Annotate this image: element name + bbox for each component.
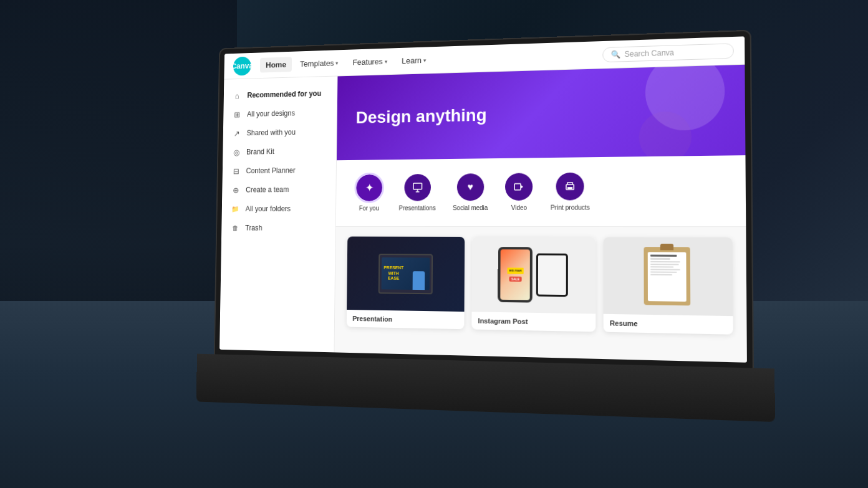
video-label: Video xyxy=(511,204,528,211)
nav-features[interactable]: Features ▾ xyxy=(347,54,393,70)
video-icon-circle xyxy=(505,173,533,200)
sidebar-trash-label: Trash xyxy=(245,224,263,232)
grid-icon xyxy=(233,110,242,119)
svg-rect-0 xyxy=(413,183,422,189)
resume-paper xyxy=(648,252,687,302)
presentations-icon-circle xyxy=(404,174,431,201)
folder-icon xyxy=(231,204,240,214)
category-foryou[interactable]: For you xyxy=(348,170,391,217)
presentation-preview-text: PRESENTWITHEASE xyxy=(383,266,403,281)
templates-grid: PRESENTWITHEASE Presentation xyxy=(347,237,733,335)
phone-content: MID-YEAR SALE xyxy=(505,266,526,284)
instagram-label: Instagram Post xyxy=(472,312,596,332)
video-icon xyxy=(513,181,524,193)
sale-badge: SALE xyxy=(509,276,521,281)
sidebar-folders-label: All your folders xyxy=(246,204,291,213)
presentation-preview: PRESENTWITHEASE xyxy=(347,237,465,312)
nav-templates[interactable]: Templates ▾ xyxy=(294,55,345,72)
templates-section: PRESENTWITHEASE Presentation xyxy=(335,227,747,345)
nav-learn-label: Learn xyxy=(402,55,422,65)
sidebar-team-label: Create a team xyxy=(246,185,289,194)
presentation-label: Presentation xyxy=(347,310,465,329)
sidebar-item-content[interactable]: Content Planner xyxy=(223,160,336,181)
nav-learn[interactable]: Learn ▾ xyxy=(396,52,433,69)
sparkle-icon xyxy=(365,181,374,195)
foryou-label: For you xyxy=(359,205,379,212)
nav-home[interactable]: Home xyxy=(260,57,292,72)
search-icon: 🔍 xyxy=(611,50,621,59)
svg-marker-4 xyxy=(521,185,523,189)
category-video[interactable]: Video xyxy=(496,168,541,216)
phone-screen: MID-YEAR SALE xyxy=(501,249,531,300)
resume-line-2 xyxy=(650,258,670,260)
template-card-resume[interactable]: Resume xyxy=(603,237,733,334)
nav-templates-label: Templates xyxy=(300,59,334,69)
resume-preview xyxy=(603,237,733,316)
social-icon xyxy=(468,181,473,193)
sidebar-recommended-label: Recommended for you xyxy=(247,89,321,99)
resume-line-7 xyxy=(650,271,677,272)
laptop-mockup: Canva Home Templates ▾ Features ▾ xyxy=(213,29,775,424)
main-area: Recommended for you All your designs Sha… xyxy=(219,65,747,363)
laptop-in-card: PRESENTWITHEASE xyxy=(378,254,432,294)
resume-line-5 xyxy=(650,266,673,267)
sidebar-item-brand[interactable]: Brand Kit xyxy=(223,141,336,161)
sidebar: Recommended for you All your designs Sha… xyxy=(219,76,337,352)
search-placeholder: Search Canva xyxy=(624,48,674,59)
resume-line-1 xyxy=(650,255,677,257)
phone-mock: MID-YEAR SALE xyxy=(498,247,533,302)
pres-text-block: PRESENTWITHEASE xyxy=(383,266,403,281)
resume-line-3 xyxy=(650,261,680,262)
sidebar-item-team[interactable]: Create a team xyxy=(222,179,336,199)
content-area: Design anything For you xyxy=(334,65,747,363)
presentations-icon xyxy=(412,182,423,193)
learn-chevron-icon: ▾ xyxy=(423,57,427,64)
print-icon-circle xyxy=(556,173,584,201)
sidebar-item-recommended[interactable]: Recommended for you xyxy=(224,84,337,105)
banner-decoration xyxy=(613,65,746,157)
social-icon-circle xyxy=(457,173,485,201)
calendar-icon xyxy=(231,166,241,176)
hero-banner: Design anything xyxy=(337,65,746,160)
tablet-mock xyxy=(536,254,568,297)
template-card-presentation[interactable]: PRESENTWITHEASE Presentation xyxy=(347,237,465,330)
sidebar-item-trash[interactable]: Trash xyxy=(221,218,335,237)
mid-year-text: MID-YEAR xyxy=(508,268,524,274)
template-card-instagram[interactable]: MID-YEAR SALE xyxy=(472,237,596,332)
sidebar-item-all-designs[interactable]: All your designs xyxy=(223,103,337,124)
home-icon xyxy=(233,91,242,100)
print-icon xyxy=(564,181,576,192)
print-label: Print products xyxy=(551,204,590,211)
social-label: Social media xyxy=(453,204,488,211)
sidebar-item-shared[interactable]: Shared with you xyxy=(223,122,337,143)
resume-line-6 xyxy=(650,269,680,270)
templates-chevron-icon: ▾ xyxy=(335,60,339,66)
sidebar-item-folders[interactable]: All your folders xyxy=(222,199,336,218)
category-print[interactable]: Print products xyxy=(542,167,599,216)
sidebar-shared-label: Shared with you xyxy=(246,128,296,137)
clipboard-mock xyxy=(644,247,691,305)
team-icon xyxy=(231,185,241,194)
presentations-label: Presentations xyxy=(399,204,436,211)
category-presentations[interactable]: Presentations xyxy=(390,169,445,216)
sidebar-content-label: Content Planner xyxy=(246,166,296,175)
search-bar[interactable]: 🔍 Search Canva xyxy=(602,43,734,62)
nav-links: Home Templates ▾ Features ▾ Learn ▾ xyxy=(260,52,433,73)
laptop-screen-bezel: Canva Home Templates ▾ Features ▾ xyxy=(219,36,747,362)
laptop-screen-in-card: PRESENTWITHEASE xyxy=(381,257,430,290)
canva-logo[interactable]: Canva xyxy=(233,56,251,75)
sidebar-brand-label: Brand Kit xyxy=(246,148,274,156)
brand-icon xyxy=(232,147,241,156)
svg-rect-3 xyxy=(514,184,521,190)
tablet-screen xyxy=(538,256,566,295)
categories-row: For you Presentatio xyxy=(336,155,746,227)
canva-app: Canva Home Templates ▾ Features ▾ xyxy=(219,36,747,362)
clipboard-clip xyxy=(660,244,673,250)
share-icon xyxy=(232,128,241,138)
resume-line-8 xyxy=(650,274,672,275)
instagram-preview: MID-YEAR SALE xyxy=(472,237,596,314)
canva-logo-text: Canva xyxy=(231,61,253,70)
category-social[interactable]: Social media xyxy=(444,168,496,216)
banner-title: Design anything xyxy=(356,105,487,128)
person-silhouette xyxy=(412,271,425,290)
